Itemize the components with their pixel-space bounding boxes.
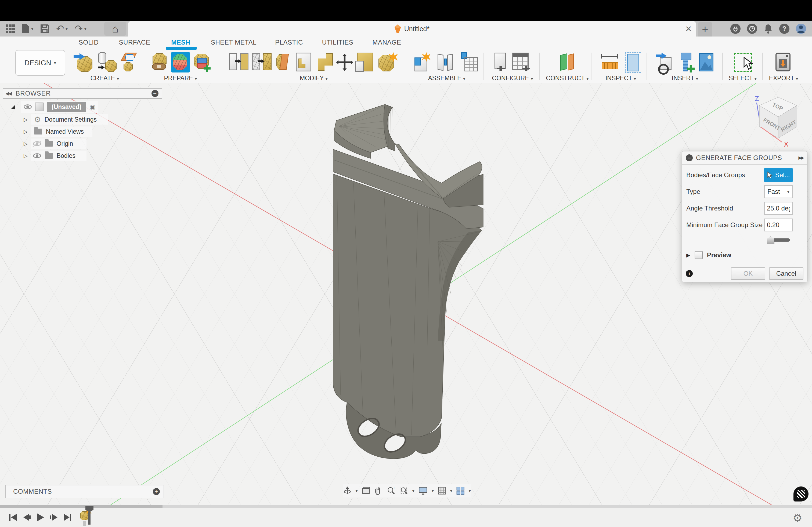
browser-display-mode-icon[interactable]: – (151, 90, 159, 97)
step-forward-button[interactable] (50, 514, 57, 521)
app-menu-icon[interactable] (6, 25, 15, 33)
step-back-button[interactable] (23, 514, 31, 521)
undo-button[interactable]: ↶ ▾ (56, 23, 68, 34)
zoom-window-caret[interactable]: ▾ (412, 488, 415, 494)
timeline-settings-gear-icon[interactable]: ⚙ (793, 512, 802, 524)
angle-threshold-input[interactable] (764, 202, 793, 215)
root-document-label[interactable]: (Unsaved) (47, 102, 86, 112)
zoom-tool-icon[interactable]: ± (387, 485, 396, 496)
browser-item-origin[interactable]: ▷ Origin (31, 138, 87, 149)
convert-mesh-icon[interactable] (378, 52, 398, 73)
select-group-label[interactable]: SELECT ▾ (725, 75, 760, 82)
cancel-button[interactable]: Cancel (769, 267, 803, 280)
display-settings-icon[interactable] (418, 485, 428, 496)
skip-to-end-button[interactable] (64, 514, 71, 521)
comments-bar[interactable]: COMMENTS + (5, 485, 164, 498)
reduce-icon[interactable] (252, 52, 273, 73)
construction-plane-icon[interactable] (557, 52, 578, 73)
configuration-icon[interactable] (493, 52, 509, 73)
preview-checkbox[interactable] (695, 251, 703, 259)
slider-handle[interactable] (767, 236, 774, 244)
component-table-icon[interactable] (460, 52, 480, 73)
assemble-group-label[interactable]: ASSEMBLE ▾ (412, 75, 481, 82)
new-tab-button[interactable]: + (698, 22, 712, 36)
joint-icon[interactable] (436, 52, 457, 73)
look-at-tool-icon[interactable] (362, 485, 370, 496)
zoom-window-tool-icon[interactable] (400, 485, 408, 496)
mesh-body-model[interactable] (333, 104, 483, 459)
preview-expand-icon[interactable]: ▶ (686, 252, 690, 258)
selection-button[interactable]: Sel... (764, 168, 793, 182)
visibility-eye-icon[interactable] (33, 153, 41, 158)
orbit-tool-icon[interactable] (343, 485, 352, 496)
play-button[interactable] (37, 513, 44, 521)
tree-collapsed-icon[interactable]: ▷ (24, 129, 28, 135)
view-cube[interactable]: Z TOP FRONT RIGHT X (750, 94, 809, 156)
grid-caret[interactable]: ▾ (450, 488, 453, 494)
file-menu-button[interactable]: ▾ (22, 24, 33, 34)
plane-cut-icon[interactable] (275, 52, 291, 73)
info-icon[interactable]: i (686, 270, 693, 277)
tab-manage[interactable]: MANAGE (372, 39, 401, 46)
assistant-bubble[interactable] (794, 486, 809, 501)
notifications-bell-icon[interactable] (764, 24, 773, 33)
browser-item-document-settings[interactable]: ▷ ⚙ Document Settings (31, 114, 108, 125)
redo-caret[interactable]: ▾ (84, 26, 87, 32)
export-group-label[interactable]: EXPORT ▾ (766, 75, 801, 82)
job-status-icon[interactable] (747, 24, 757, 34)
tab-surface[interactable]: SURFACE (119, 39, 150, 46)
browser-root-row[interactable]: (Unsaved) ◉ (11, 102, 98, 112)
construct-group-label[interactable]: CONSTRUCT ▾ (546, 75, 589, 82)
tab-mesh[interactable]: MESH (171, 39, 190, 46)
dialog-pin-icon[interactable]: ▶▶ (798, 155, 803, 160)
erase-and-fill-icon[interactable] (294, 52, 315, 73)
viewports-icon[interactable] (456, 485, 465, 496)
tree-expanded-icon[interactable] (11, 105, 15, 109)
activate-radio-icon[interactable]: ◉ (89, 103, 96, 111)
timeline-scroll-strip[interactable] (0, 505, 812, 508)
tab-sheet-metal[interactable]: SHEET METAL (211, 39, 257, 46)
insert-group-label[interactable]: INSERT ▾ (650, 75, 720, 82)
redo-button[interactable]: ↷ ▾ (75, 23, 87, 34)
extensions-icon[interactable] (730, 24, 741, 34)
create-face-group-icon[interactable] (193, 52, 209, 73)
section-analysis-icon[interactable] (624, 52, 640, 73)
viewports-caret[interactable]: ▾ (468, 488, 471, 494)
display-settings-caret[interactable]: ▾ (432, 488, 434, 494)
canvas-icon[interactable] (698, 52, 714, 73)
browser-header[interactable]: ◀◀ BROWSER – (3, 88, 162, 99)
tab-solid[interactable]: SOLID (79, 39, 99, 46)
3d-print-icon[interactable] (773, 52, 794, 73)
tree-collapsed-icon[interactable]: ▷ (24, 153, 28, 159)
configure-group-label[interactable]: CONFIGURE ▾ (488, 75, 537, 82)
create-group-label[interactable]: CREATE ▾ (70, 75, 139, 82)
browser-item-named-views[interactable]: ▷ Named Views (31, 127, 92, 137)
tree-collapsed-icon[interactable]: ▷ (24, 141, 28, 147)
close-tab-icon[interactable]: ✕ (685, 24, 692, 33)
undo-caret[interactable]: ▾ (66, 26, 68, 32)
measure-icon[interactable] (601, 52, 622, 73)
home-view-button[interactable]: ⌂ (104, 22, 126, 36)
grid-snap-icon[interactable] (438, 485, 446, 496)
make-closed-mesh-icon[interactable] (355, 52, 375, 73)
dialog-header[interactable]: – GENERATE FACE GROUPS ▶▶ (682, 151, 807, 164)
insert-fastener-icon[interactable] (679, 52, 695, 73)
user-avatar[interactable] (796, 24, 806, 34)
combine-icon[interactable] (317, 52, 333, 73)
move-icon[interactable] (336, 52, 352, 73)
tab-utilities[interactable]: UTILITIES (322, 39, 353, 46)
insert-derive-icon[interactable] (656, 52, 676, 73)
min-face-group-size-input[interactable] (764, 219, 793, 231)
add-comment-icon[interactable]: + (153, 488, 160, 495)
configuration-table-icon[interactable] (512, 52, 532, 73)
insert-mesh-icon[interactable] (74, 52, 94, 73)
skip-to-start-button[interactable] (9, 514, 17, 521)
size-slider[interactable] (771, 238, 790, 241)
tab-plastic[interactable]: PLASTIC (275, 39, 303, 46)
browser-item-bodies[interactable]: ▷ Bodies (31, 151, 87, 161)
new-component-icon[interactable] (414, 52, 434, 73)
save-button[interactable] (41, 25, 49, 33)
help-icon[interactable]: ? (779, 24, 789, 34)
timeline-playhead[interactable] (85, 506, 93, 512)
remesh-icon[interactable] (229, 52, 249, 73)
